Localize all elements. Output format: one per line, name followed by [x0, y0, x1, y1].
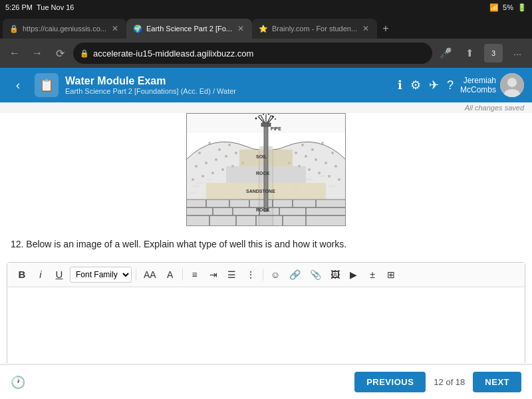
svg-point-17: [198, 152, 201, 154]
svg-point-41: [338, 178, 340, 181]
svg-text:ROCK: ROCK: [256, 171, 270, 176]
toolbar-separator-2: [182, 269, 183, 281]
settings-icon[interactable]: ⚙: [410, 78, 421, 92]
svg-point-14: [272, 116, 274, 118]
svg-rect-78: [264, 125, 268, 211]
previous-button[interactable]: PREVIOUS: [354, 372, 426, 392]
help-icon[interactable]: ?: [447, 78, 454, 92]
svg-point-26: [192, 178, 194, 181]
address-bar: ← → ⟳ 🔒 accelerate-iu15-middleasd.agilix…: [0, 39, 532, 68]
link-button[interactable]: 🔗: [286, 267, 304, 283]
tab-title-2: Earth Science Part 2 [Fo...: [146, 25, 232, 33]
answer-editor[interactable]: B i U Font Family AA A ≡ ⇥ ☰ ⋮ ☺ 🔗 📎 🖼 ▶…: [7, 262, 525, 363]
changes-saved-text: All changes saved: [465, 104, 524, 112]
svg-point-11: [259, 115, 260, 116]
user-name: JeremiahMcCombs: [460, 76, 496, 94]
tab-3[interactable]: ⭐ Brainly.com - For studen... ✕: [252, 19, 377, 39]
svg-point-29: [221, 168, 224, 171]
lock-icon: 🔒: [80, 49, 89, 58]
unordered-list-button[interactable]: ⋮: [243, 267, 259, 283]
tabs-bar: 🔒 https://caiu.geniussis.co... ✕ 🌍 Earth…: [0, 15, 532, 39]
tab-favicon-2: 🌍: [133, 24, 142, 33]
footer-left: 🕐: [11, 375, 25, 390]
svg-text:SANDSTONE: SANDSTONE: [246, 189, 275, 194]
svg-text:PIPE: PIPE: [271, 126, 281, 131]
next-button[interactable]: NEXT: [473, 372, 521, 392]
editor-toolbar: B i U Font Family AA A ≡ ⇥ ☰ ⋮ ☺ 🔗 📎 🖼 ▶…: [7, 263, 525, 287]
battery-icon: 🔋: [517, 3, 527, 12]
send-icon[interactable]: ✈: [429, 78, 439, 92]
svg-point-1: [507, 78, 517, 87]
tab-close-3[interactable]: ✕: [361, 24, 370, 33]
more-options-icon[interactable]: ···: [508, 44, 527, 63]
time: 5:26 PM: [5, 3, 33, 11]
tab-count[interactable]: 3: [484, 44, 503, 63]
tab-2[interactable]: 🌍 Earth Science Part 2 [Fo... ✕: [126, 19, 252, 39]
formula-button[interactable]: ±: [364, 267, 380, 283]
svg-point-12: [263, 114, 264, 115]
svg-point-27: [201, 175, 204, 178]
video-button[interactable]: ▶: [346, 267, 362, 283]
svg-point-23: [215, 158, 217, 161]
microphone-icon[interactable]: 🎤: [436, 44, 455, 63]
ordered-list-button[interactable]: ☰: [224, 267, 240, 283]
font-family-select[interactable]: Font Family: [70, 267, 132, 283]
tab-close-2[interactable]: ✕: [236, 24, 245, 33]
info-icon[interactable]: ℹ: [398, 78, 402, 92]
svg-point-20: [228, 144, 231, 146]
header-back-button[interactable]: ‹: [8, 75, 28, 95]
reload-button[interactable]: ⟳: [51, 44, 69, 63]
underline-button[interactable]: U: [51, 267, 67, 283]
font-size-button[interactable]: AA: [140, 267, 160, 283]
italic-button[interactable]: i: [33, 267, 49, 283]
header-user: JeremiahMcCombs: [460, 73, 524, 97]
emoji-button[interactable]: ☺: [267, 267, 283, 283]
tab-favicon-3: ⭐: [259, 24, 268, 33]
svg-point-33: [321, 142, 324, 144]
tab-title-1: https://caiu.geniussis.co...: [23, 25, 106, 33]
editor-body[interactable]: [7, 287, 525, 363]
svg-point-42: [328, 175, 331, 178]
tab-favicon-1: 🔒: [9, 24, 19, 33]
attachment-button[interactable]: 📎: [307, 267, 325, 283]
back-button[interactable]: ←: [5, 44, 24, 63]
footer: 🕐 PREVIOUS 12 of 18 NEXT: [0, 364, 532, 399]
svg-point-44: [308, 168, 311, 171]
align-button[interactable]: ≡: [187, 267, 203, 283]
svg-point-21: [195, 165, 198, 168]
tab-close-1[interactable]: ✕: [110, 24, 120, 33]
avatar: [500, 73, 524, 97]
share-icon[interactable]: ⬆: [460, 44, 479, 63]
status-bar: 5:26 PM Tue Nov 16 📶 5% 🔋: [0, 0, 532, 15]
svg-point-38: [315, 158, 317, 161]
address-input[interactable]: 🔒 accelerate-iu15-middleasd.agilixbuzz.c…: [73, 43, 432, 64]
wifi-icon: 📶: [489, 3, 499, 12]
svg-point-13: [268, 114, 269, 115]
image-button[interactable]: 🖼: [327, 267, 343, 283]
svg-point-35: [301, 144, 304, 146]
svg-point-18: [208, 142, 211, 144]
url-text: accelerate-iu15-middleasd.agilixbuzz.com: [93, 49, 426, 59]
header-title-block: Water Module Exam Earth Science Part 2 […: [65, 75, 391, 95]
tab-title-3: Brainly.com - For studen...: [272, 25, 357, 33]
svg-point-36: [334, 165, 337, 168]
battery: 5%: [503, 3, 513, 11]
text-color-button[interactable]: A: [162, 267, 178, 283]
header-actions: ℹ ⚙ ✈ ?: [398, 78, 454, 92]
svg-point-39: [305, 155, 307, 158]
svg-point-25: [235, 152, 237, 154]
exam-icon: 📋: [35, 73, 59, 97]
table-button[interactable]: ⊞: [383, 267, 399, 283]
bold-button[interactable]: B: [14, 267, 30, 283]
tab-1[interactable]: 🔒 https://caiu.geniussis.co... ✕: [3, 19, 126, 39]
page-indicator: 12 of 18: [434, 377, 465, 387]
changes-saved-bar: All changes saved: [0, 102, 532, 113]
indent-button[interactable]: ⇥: [205, 267, 221, 283]
forward-button[interactable]: →: [28, 44, 47, 63]
svg-point-32: [331, 152, 334, 154]
svg-point-37: [325, 162, 327, 164]
svg-point-22: [205, 162, 207, 164]
svg-point-24: [225, 155, 227, 158]
new-tab-button[interactable]: +: [377, 19, 394, 39]
svg-point-10: [255, 118, 257, 120]
